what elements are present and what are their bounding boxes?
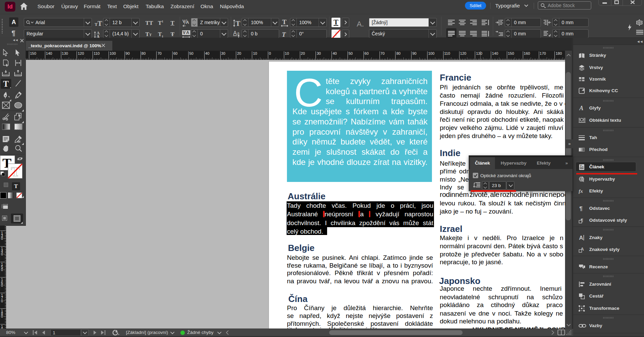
- svg-text:V: V: [183, 30, 186, 35]
- svg-text:A: A: [579, 235, 583, 241]
- svg-text:¶: ¶: [579, 205, 582, 212]
- svg-text:A: A: [579, 105, 583, 111]
- svg-text:a: a: [237, 31, 240, 35]
- svg-text:T: T: [282, 19, 287, 26]
- svg-text:fx: fx: [579, 188, 583, 194]
- svg-text:T: T: [580, 164, 582, 168]
- svg-text:A: A: [186, 30, 189, 35]
- svg-text:T: T: [236, 19, 240, 27]
- svg-text:A: A: [233, 30, 237, 36]
